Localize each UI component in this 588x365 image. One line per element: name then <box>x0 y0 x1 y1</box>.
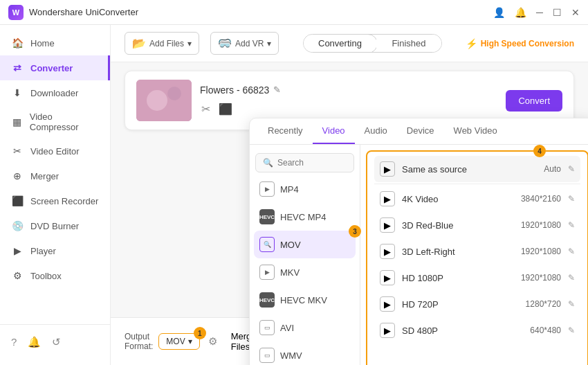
sidebar-item-label: Screen Recorder <box>30 196 98 206</box>
file-area: Flowers - 66823 ✎ ✂ ⬛ Convert Recently V… <box>111 62 588 317</box>
quality-label-3d-red-blue: 3D Red-Blue <box>402 220 514 231</box>
mkv-icon: ▶ <box>259 265 275 280</box>
format-dropdown-overlay: Recently Video Audio Device Web Video 🔍 <box>249 118 588 365</box>
format-item-wmv[interactable]: ▭ WMV <box>250 341 360 365</box>
quality-item-hd-1080p[interactable]: ▶ HD 1080P 1920*1080 ✎ <box>374 265 580 291</box>
quality-edit-icon-5[interactable]: ✎ <box>568 299 575 309</box>
tab-video[interactable]: Video <box>313 118 355 144</box>
speed-icon: ⚡ <box>466 38 477 49</box>
quality-label-hd-720p: HD 720P <box>402 299 519 310</box>
sd-480p-icon: ▶ <box>380 323 395 338</box>
add-files-label: Add Files <box>149 39 184 48</box>
tab-device[interactable]: Device <box>397 118 444 144</box>
quality-item-hd-720p[interactable]: ▶ HD 720P 1280*720 ✎ <box>374 291 580 317</box>
format-item-mov[interactable]: 🔍 MOV 3 <box>254 231 356 258</box>
convert-button[interactable]: Convert <box>506 90 562 112</box>
quality-edit-icon-2[interactable]: ✎ <box>568 220 575 230</box>
display-icon[interactable]: ⬛ <box>217 101 234 117</box>
quality-edit-icon-6[interactable]: ✎ <box>568 326 575 335</box>
mov-icon: 🔍 <box>259 237 275 252</box>
format-item-hevc-mp4[interactable]: HEVC HEVC MP4 <box>250 203 360 231</box>
format-label-mp4: MP4 <box>280 184 299 195</box>
tab-recently[interactable]: Recently <box>258 118 313 144</box>
refresh-icon[interactable]: ↺ <box>52 336 61 348</box>
downloader-icon: ⬇ <box>11 87 24 99</box>
quality-item-3d-left-right[interactable]: ▶ 3D Left-Right 1920*1080 ✎ <box>374 238 580 265</box>
main-layout: 🏠 Home ⇄ Converter ⬇ Downloader ▦ Video … <box>0 25 588 365</box>
sidebar-item-screen-recorder[interactable]: ⬛ Screen Recorder <box>0 188 110 213</box>
quality-item-3d-red-blue[interactable]: ▶ 3D Red-Blue 1920*1080 ✎ <box>374 212 580 238</box>
user-icon[interactable]: 👤 <box>493 7 505 18</box>
output-format-dropdown[interactable]: MOV ▾ 1 <box>158 333 199 350</box>
sidebar-item-video-editor[interactable]: ✂ Video Editor <box>0 139 110 163</box>
quality-res-3d-red-blue: 1920*1080 <box>521 220 561 230</box>
speed-badge: ⚡ High Speed Conversion <box>466 38 574 49</box>
mp4-icon: ▶ <box>259 181 275 197</box>
format-item-avi[interactable]: ▭ AVI <box>250 314 360 341</box>
sidebar-item-label: Home <box>30 38 55 48</box>
format-dropdown-arrow: ▾ <box>188 337 192 346</box>
format-item-mp4[interactable]: ▶ MP4 <box>250 175 360 203</box>
quality-label-4k: 4K Video <box>402 194 514 204</box>
help-icon[interactable]: ? <box>11 336 17 348</box>
sidebar-item-label: Converter <box>30 63 73 73</box>
tab-audio[interactable]: Audio <box>355 118 397 144</box>
editor-icon: ✂ <box>11 145 24 157</box>
add-files-button[interactable]: 📂 Add Files ▾ <box>125 32 199 55</box>
quality-edit-icon-3[interactable]: ✎ <box>568 247 575 256</box>
sidebar-bottom: ? 🔔 ↺ <box>0 324 110 359</box>
3d-left-right-icon: ▶ <box>380 244 395 259</box>
notification-icon[interactable]: 🔔 <box>28 336 41 348</box>
sidebar-item-converter[interactable]: ⇄ Converter <box>0 55 110 80</box>
format-label-avi: AVI <box>280 323 294 333</box>
settings-icon[interactable]: ⚙ <box>208 335 217 348</box>
format-item-hevc-mkv[interactable]: HEVC HEVC MKV <box>250 286 360 314</box>
quality-label-3d-left-right: 3D Left-Right <box>402 247 514 257</box>
add-files-icon: 📂 <box>132 37 146 50</box>
app-title: Wondershare UniConverter <box>29 7 138 17</box>
search-input[interactable] <box>277 158 347 168</box>
cut-icon[interactable]: ✂ <box>200 101 212 117</box>
sidebar-item-player[interactable]: ▶ Player <box>0 238 110 263</box>
format-dropdown-body: 🔍 ▶ MP4 HEVC HEVC MP4 <box>250 145 588 365</box>
quality-res-hd-1080p: 1920*1080 <box>521 273 561 283</box>
speed-label: High Speed Conversion <box>481 39 574 48</box>
quality-edit-icon-4[interactable]: ✎ <box>568 273 575 283</box>
tab-converting[interactable]: Converting <box>303 34 378 53</box>
sidebar-item-label: Video Compressor <box>30 112 99 132</box>
add-vr-button[interactable]: 🥽 Add VR ▾ <box>210 32 279 55</box>
titlebar: W Wondershare UniConverter 👤 🔔 ─ ☐ ✕ <box>0 0 588 25</box>
file-info: Flowers - 66823 ✎ ✂ ⬛ <box>200 84 497 117</box>
quality-item-4k[interactable]: ▶ 4K Video 3840*2160 ✎ <box>374 186 580 212</box>
add-files-dropdown-icon: ▾ <box>187 39 192 48</box>
maximize-icon[interactable]: ☐ <box>553 7 562 18</box>
sidebar-item-downloader[interactable]: ⬇ Downloader <box>0 80 110 105</box>
quality-edit-icon-1[interactable]: ✎ <box>568 194 575 204</box>
format-label-hevc-mp4: HEVC MP4 <box>280 212 326 222</box>
avi-icon: ▭ <box>259 320 275 335</box>
minimize-icon[interactable]: ─ <box>536 7 543 18</box>
quality-edit-icon-0[interactable]: ✎ <box>568 164 575 174</box>
sidebar-item-video-compressor[interactable]: ▦ Video Compressor <box>0 105 110 139</box>
search-box[interactable]: 🔍 <box>255 153 354 172</box>
quality-label-sd-480p: SD 480P <box>402 326 523 336</box>
format-tabs: Recently Video Audio Device Web Video <box>250 118 588 145</box>
quality-res-hd-720p: 1280*720 <box>526 299 561 309</box>
quality-item-sd-480p[interactable]: ▶ SD 480P 640*480 ✎ <box>374 317 580 344</box>
output-format-field: Output Format: MOV ▾ 1 ⚙ <box>125 332 217 351</box>
tab-web-video[interactable]: Web Video <box>444 118 507 144</box>
sidebar-item-dvd-burner[interactable]: 💿 DVD Burner <box>0 213 110 238</box>
tab-finished[interactable]: Finished <box>376 35 441 52</box>
sidebar-item-merger[interactable]: ⊕ Merger <box>0 163 110 188</box>
quality-item-same-as-source[interactable]: ▶ Same as source Auto ✎ <box>374 156 580 182</box>
titlebar-left: W Wondershare UniConverter <box>8 5 138 20</box>
close-icon[interactable]: ✕ <box>571 7 580 18</box>
bell-icon[interactable]: 🔔 <box>515 7 526 18</box>
sidebar-item-label: Merger <box>30 171 59 181</box>
player-icon: ▶ <box>11 244 24 257</box>
sidebar-item-home[interactable]: 🏠 Home <box>0 30 110 55</box>
sidebar-item-toolbox[interactable]: ⚙ Toolbox <box>0 263 110 288</box>
file-edit-icon[interactable]: ✎ <box>273 84 281 95</box>
sidebar-item-label: Downloader <box>30 88 78 98</box>
format-item-mkv[interactable]: ▶ MKV <box>250 258 360 286</box>
